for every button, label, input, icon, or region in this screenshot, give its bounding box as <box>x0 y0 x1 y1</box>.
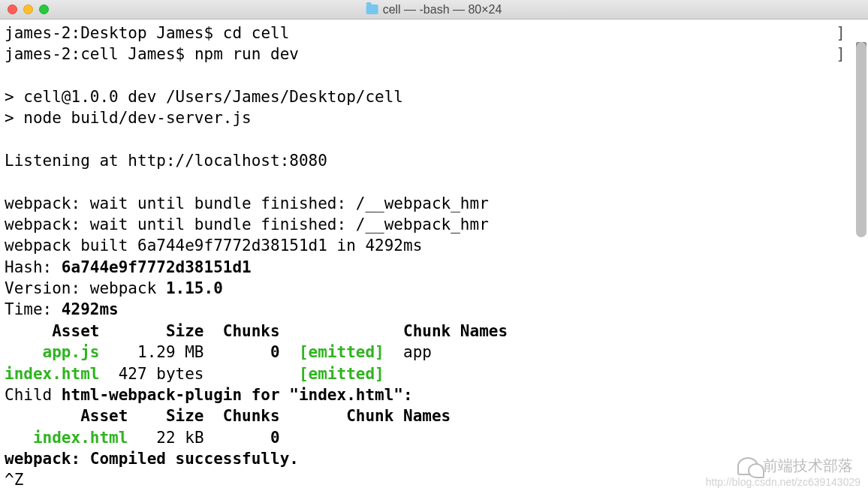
watermark-url: http://blog.csdn.net/zc639143029 <box>706 475 860 489</box>
maximize-icon[interactable] <box>39 5 49 14</box>
watermark-text: 前端技术部落 <box>763 456 853 476</box>
traffic-lights <box>0 5 49 14</box>
minimize-icon[interactable] <box>23 5 33 14</box>
window-title: cell — -bash — 80×24 <box>366 3 502 17</box>
close-icon[interactable] <box>8 5 17 14</box>
terminal-text: james-2:Desktop James$ cd cell]james-2:c… <box>5 23 863 491</box>
window-title-text: cell — -bash — 80×24 <box>383 3 502 17</box>
folder-icon <box>366 5 378 14</box>
terminal-output[interactable]: james-2:Desktop James$ cd cell]james-2:c… <box>0 20 868 491</box>
wechat-icon <box>737 457 758 475</box>
watermark: 前端技术部落 <box>737 456 853 476</box>
scrollbar[interactable] <box>856 42 866 237</box>
window-titlebar: cell — -bash — 80×24 <box>0 0 868 20</box>
